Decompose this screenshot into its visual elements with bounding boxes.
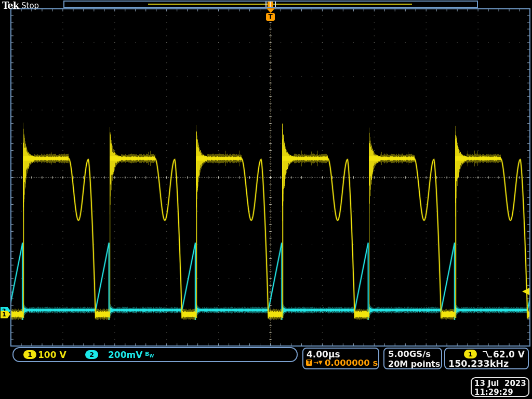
- trigger-level-readout: 62.0 V: [493, 349, 525, 360]
- window-bracket-right[interactable]: [275, 2, 276, 7]
- trigger-position-badge[interactable]: T: [266, 13, 275, 21]
- ch1-badge[interactable]: 1: [23, 350, 36, 359]
- record-trigger-flag-slit: [270, 2, 271, 7]
- waveform-graticule-display[interactable]: [0, 0, 532, 399]
- record-length-readout: 20M points: [388, 359, 440, 369]
- acquisition-readout-box[interactable]: 5.00GS/s 20M points: [383, 348, 442, 369]
- window-bracket-left[interactable]: [265, 2, 267, 7]
- trigger-position-marker-icon: ▼: [318, 360, 323, 365]
- trigger-frequency-readout: 150.233kHz: [448, 358, 509, 369]
- ch1-scale-readout[interactable]: 100 V: [38, 350, 66, 360]
- trigger-source-badge: 1: [464, 350, 477, 358]
- falling-edge-slope-icon: [482, 350, 493, 358]
- sample-rate-readout: 5.00GS/s: [388, 349, 431, 359]
- arrow-icon: →: [313, 359, 318, 366]
- record-trigger-position-flag[interactable]: [268, 2, 273, 7]
- record-waveform-line: [148, 4, 412, 5]
- trigger-level-arrow-icon[interactable]: [522, 288, 529, 295]
- oscilloscope-screen: Tek Stop T 2 1 1 100 V 2 200mV BW 4.00µs…: [0, 0, 532, 399]
- trigger-t-icon: T: [306, 360, 312, 366]
- record-view-bar[interactable]: [63, 1, 478, 8]
- datetime-box: 13 Jul 2023 11:29:29: [471, 377, 529, 397]
- ch2-scale-readout[interactable]: 200mV: [108, 350, 142, 360]
- ch2-bandwidth-limit-icon: BW: [145, 351, 154, 358]
- horizontal-readout-box[interactable]: 4.00µs T → ▼ 0.000000 s: [302, 348, 379, 369]
- tek-logo: Tek: [2, 0, 19, 11]
- trigger-readout-box[interactable]: 1 62.0 V 150.233kHz: [444, 348, 529, 369]
- time-label: 11:29:29: [474, 388, 513, 397]
- trigger-position-triangle-icon[interactable]: [267, 8, 275, 13]
- date-label: 13 Jul 2023: [474, 379, 526, 388]
- trigger-position-readout: 0.000000 s: [325, 358, 378, 368]
- acquisition-status-label: Stop: [21, 1, 39, 10]
- ch2-badge[interactable]: 2: [85, 350, 98, 359]
- channel-readout-box[interactable]: 1 100 V 2 200mV BW: [12, 347, 298, 362]
